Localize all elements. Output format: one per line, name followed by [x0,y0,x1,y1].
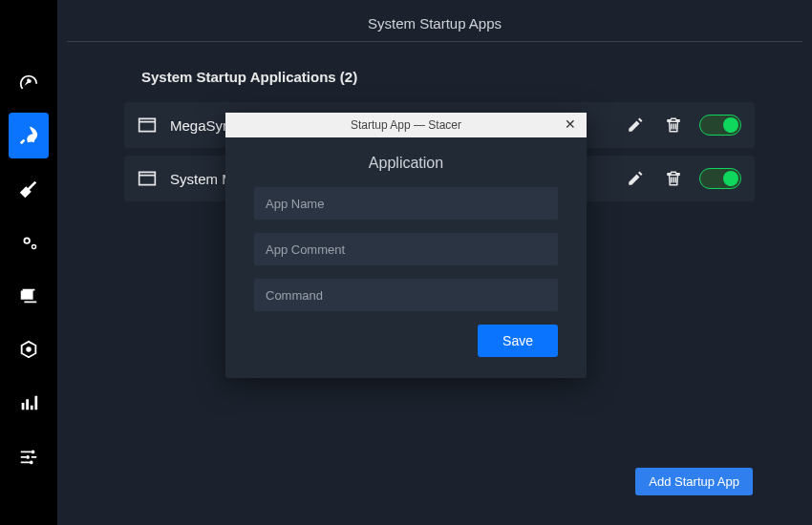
toggle-knob [723,117,738,133]
delete-button[interactable] [661,113,686,137]
trash-icon [665,170,682,187]
sidebar-item-cleaner[interactable] [9,166,49,212]
add-app-dialog: Startup App — Stacer ✕ Application Save [225,113,587,378]
page-title: System Startup Apps [67,10,802,42]
dialog-close-button[interactable]: ✕ [562,116,579,133]
close-icon: ✕ [565,116,576,132]
app-command-input[interactable] [254,279,558,311]
enable-toggle[interactable] [699,168,741,189]
rocket-icon [18,125,39,146]
toggle-knob [723,171,738,186]
cards-icon [18,285,39,306]
delete-button[interactable] [661,166,686,191]
sidebar-item-dashboard[interactable] [9,59,49,105]
edit-button[interactable] [623,113,648,137]
trash-icon [665,116,682,134]
chart-icon [18,392,39,413]
app-name-input[interactable] [254,187,558,220]
broom-icon [18,178,39,200]
package-icon [18,339,39,360]
sidebar-item-uninstaller[interactable] [9,326,49,372]
app-comment-input[interactable] [254,233,558,265]
section-title: System Startup Applications (2) [141,69,802,85]
sidebar [0,0,57,525]
gears-icon [18,232,39,253]
sidebar-item-processes[interactable] [9,273,49,319]
sidebar-item-services[interactable] [9,220,49,265]
window-icon [138,170,157,187]
dialog-body: Application Save [225,137,587,378]
window-icon [138,116,157,134]
dialog-heading: Application [254,155,558,172]
pencil-icon [627,116,644,134]
dialog-titlebar: Startup App — Stacer ✕ [225,113,587,137]
sidebar-item-resources[interactable] [9,380,49,426]
edit-button[interactable] [623,166,648,191]
dialog-title: Startup App — Stacer [351,118,461,132]
pencil-icon [627,170,644,187]
add-startup-app-button[interactable]: Add Startup App [635,468,753,495]
save-button[interactable]: Save [478,325,558,357]
gauge-icon [18,72,39,93]
sliders-icon [18,446,39,467]
sidebar-item-startup[interactable] [9,113,49,158]
enable-toggle[interactable] [699,115,741,136]
sidebar-item-settings[interactable] [9,433,49,479]
